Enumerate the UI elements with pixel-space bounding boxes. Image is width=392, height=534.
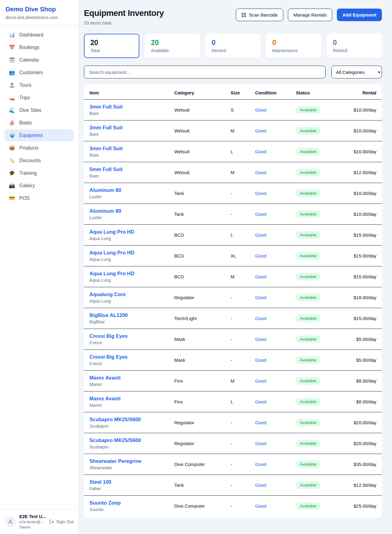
stat-card-available[interactable]: 20 Available bbox=[145, 34, 200, 58]
sidebar-item-dashboard[interactable]: 📊 Dashboard bbox=[5, 29, 74, 41]
rental-price: $5.00/day bbox=[356, 337, 376, 342]
table-row: 3mm Full Suit Bare Wetsuit M Good Availa… bbox=[84, 120, 382, 141]
item-name-link[interactable]: Mares Avanti bbox=[89, 396, 169, 402]
stat-card-retired[interactable]: 0 Retired bbox=[326, 34, 382, 58]
sign-out-label: Sign Out bbox=[56, 519, 74, 524]
sidebar-item-gallery[interactable]: 📸 Gallery bbox=[5, 180, 74, 192]
item-name-link[interactable]: 5mm Full Suit bbox=[89, 166, 169, 172]
condition-link[interactable]: Good bbox=[255, 483, 266, 488]
item-size: M bbox=[228, 266, 252, 287]
sidebar-item-bookings[interactable]: 📅 Bookings bbox=[5, 41, 74, 53]
condition-link[interactable]: Good bbox=[255, 503, 266, 509]
condition-link[interactable]: Good bbox=[255, 441, 266, 446]
calendar-icon: 🗓️ bbox=[9, 57, 15, 63]
condition-link[interactable]: Good bbox=[255, 462, 266, 467]
stat-card-rented[interactable]: 0 Rented bbox=[205, 34, 261, 58]
condition-link[interactable]: Good bbox=[255, 337, 266, 342]
condition-link[interactable]: Good bbox=[255, 107, 266, 113]
item-name-link[interactable]: 3mm Full Suit bbox=[89, 146, 169, 151]
stat-card-total[interactable]: 20 Total bbox=[84, 34, 139, 58]
condition-link[interactable]: Good bbox=[255, 170, 266, 175]
condition-link[interactable]: Good bbox=[255, 399, 266, 404]
condition-link[interactable]: Good bbox=[255, 232, 266, 238]
item-name-link[interactable]: 3mm Full Suit bbox=[89, 104, 169, 110]
item-brand: BigBlue bbox=[89, 319, 169, 324]
items-total: 20 items total bbox=[84, 20, 164, 25]
item-name-link[interactable]: Cressi Big Eyes bbox=[89, 354, 169, 360]
item-brand: Bare bbox=[89, 111, 169, 116]
item-size: - bbox=[228, 475, 252, 496]
item-name-link[interactable]: Steel 100 bbox=[89, 479, 169, 485]
table-head: ItemCategorySizeConditionStatusRental bbox=[84, 84, 382, 100]
sidebar-item-discounts[interactable]: 🏷️ Discounts bbox=[5, 154, 74, 166]
sidebar-item-training[interactable]: 🎓 Training bbox=[5, 167, 74, 179]
condition-link[interactable]: Good bbox=[255, 295, 266, 300]
category-select[interactable]: All Categories bbox=[331, 66, 382, 78]
sidebar-item-boats[interactable]: ⛵ Boats bbox=[5, 117, 74, 129]
item-name-link[interactable]: Mares Avanti bbox=[89, 375, 169, 381]
condition-link[interactable]: Good bbox=[255, 128, 266, 133]
condition-link[interactable]: Good bbox=[255, 149, 266, 154]
sidebar-item-trips[interactable]: 🚤 Trips bbox=[5, 92, 74, 104]
item-name-link[interactable]: Scubapro MK25/S600 bbox=[89, 437, 169, 443]
condition-link[interactable]: Good bbox=[255, 357, 266, 363]
table-row: Aqua Lung Pro HD Aqua Lung BCD L Good Av… bbox=[84, 225, 382, 246]
filter-row: All Categories bbox=[84, 66, 382, 78]
item-brand: Mares bbox=[89, 382, 169, 387]
sidebar-item-dive-sites[interactable]: 🌊 Dive Sites bbox=[5, 104, 74, 116]
sidebar-item-calendar[interactable]: 🗓️ Calendar bbox=[5, 54, 74, 66]
sidebar-item-products[interactable]: 📦 Products bbox=[5, 142, 74, 154]
column-header-status: Status bbox=[293, 84, 340, 100]
table-row: Scubapro MK25/S600 Scubapro Regulator - … bbox=[84, 412, 382, 433]
item-size: XL bbox=[228, 246, 252, 266]
bookings-icon: 📅 bbox=[9, 44, 15, 50]
item-name-link[interactable]: Shearwater Peregrine bbox=[89, 458, 169, 464]
item-category: Wetsuit bbox=[172, 120, 228, 141]
condition-link[interactable]: Good bbox=[255, 253, 266, 258]
condition-link[interactable]: Good bbox=[255, 274, 266, 279]
dive-sites-icon: 🌊 bbox=[9, 107, 15, 113]
sidebar-item-pos[interactable]: 💳 POS bbox=[5, 192, 74, 204]
item-name-link[interactable]: Aqua Lung Pro HD bbox=[89, 250, 169, 256]
item-name-link[interactable]: Aqua Lung Pro HD bbox=[89, 271, 169, 277]
scan-barcode-button[interactable]: Scan Barcode bbox=[236, 9, 283, 21]
stat-card-maintenance[interactable]: 0 Maintenance bbox=[266, 34, 321, 58]
status-badge: Available bbox=[296, 169, 321, 176]
avatar bbox=[5, 516, 16, 527]
shop-domain: demo.test.divestreams.com bbox=[6, 15, 73, 20]
item-category: Fins bbox=[172, 371, 228, 391]
item-name-link[interactable]: Aluminum 80 bbox=[89, 187, 169, 193]
stat-value: 0 bbox=[212, 39, 254, 47]
item-name-link[interactable]: Suunto Zoop bbox=[89, 500, 169, 506]
manage-rentals-button[interactable]: Manage Rentals bbox=[288, 9, 332, 21]
item-name-link[interactable]: Scubapro MK25/S600 bbox=[89, 417, 169, 422]
item-category: Mask bbox=[172, 329, 228, 350]
item-category: Regulator bbox=[172, 287, 228, 308]
status-badge: Available bbox=[296, 127, 321, 135]
condition-link[interactable]: Good bbox=[255, 191, 266, 196]
item-name-link[interactable]: BigBlue AL1200 bbox=[89, 312, 169, 318]
main-content: Equipment Inventory 20 items total Scan … bbox=[79, 0, 392, 534]
item-name-link[interactable]: 3mm Full Suit bbox=[89, 125, 169, 131]
item-name-link[interactable]: Aqualung Core bbox=[89, 292, 169, 297]
item-name-link[interactable]: Cressi Big Eyes bbox=[89, 333, 169, 339]
condition-link[interactable]: Good bbox=[255, 316, 266, 321]
sign-out-button[interactable]: Sign Out bbox=[49, 519, 74, 524]
sidebar-item-label: Training bbox=[19, 170, 37, 176]
add-equipment-button[interactable]: Add Equipment bbox=[337, 9, 382, 21]
item-category: Dive Computer bbox=[172, 454, 228, 475]
rental-price: $12.00/day bbox=[354, 483, 376, 488]
sidebar-item-customers[interactable]: 👥 Customers bbox=[5, 67, 74, 78]
item-name-link[interactable]: Aqua Lung Pro HD bbox=[89, 229, 169, 235]
item-name-link[interactable]: Aluminum 80 bbox=[89, 208, 169, 214]
item-size: - bbox=[228, 350, 252, 371]
table-row: Aqua Lung Pro HD Aqua Lung BCD M Good Av… bbox=[84, 266, 382, 287]
condition-link[interactable]: Good bbox=[255, 420, 266, 425]
condition-link[interactable]: Good bbox=[255, 212, 266, 217]
sidebar-item-tours[interactable]: 🏝️ Tours bbox=[5, 79, 74, 91]
sidebar-item-label: Equipment bbox=[19, 133, 43, 138]
sidebar-item-equipment[interactable]: 🤿 Equipment bbox=[5, 129, 74, 141]
search-input[interactable] bbox=[84, 66, 326, 78]
condition-link[interactable]: Good bbox=[255, 378, 266, 383]
status-badge: Available bbox=[296, 481, 321, 489]
